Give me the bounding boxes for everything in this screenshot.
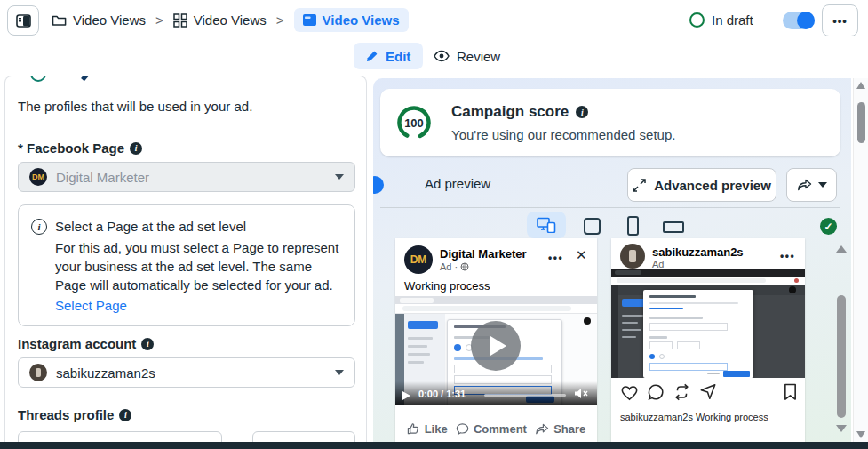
video-progress-bar[interactable] bbox=[484, 394, 566, 397]
comment-icon[interactable] bbox=[647, 383, 665, 401]
desktop-mobile-icon bbox=[537, 217, 556, 233]
comment-button[interactable]: Comment bbox=[456, 422, 527, 436]
share-arrow-icon bbox=[535, 423, 549, 436]
pencil-icon bbox=[366, 50, 378, 62]
campaign-score-card: 100 Campaign score i You're using our re… bbox=[380, 89, 840, 156]
info-icon[interactable]: i bbox=[130, 142, 142, 155]
breadcrumb-label: Video Views bbox=[323, 12, 400, 28]
page-selection-notice: i Select a Page at the ad set level For … bbox=[18, 204, 355, 326]
chevron-right-icon: > bbox=[153, 12, 166, 28]
video-thumbnail[interactable]: 0:00 / 1:31 bbox=[395, 296, 597, 405]
bottom-bar bbox=[0, 442, 868, 449]
more-options-button[interactable]: ••• bbox=[822, 4, 858, 36]
caret-down-icon bbox=[818, 182, 827, 188]
globe-icon bbox=[460, 262, 469, 271]
facebook-action-bar: Like Comment Share bbox=[395, 416, 597, 442]
notice-title: Select a Page at the ad set level bbox=[55, 219, 246, 234]
device-landscape-format-button[interactable] bbox=[663, 221, 684, 233]
video-controls: 0:00 / 1:31 bbox=[395, 381, 597, 405]
ad-image bbox=[611, 269, 805, 378]
ad-caption: Working process bbox=[404, 279, 490, 293]
identity-description: The profiles that will be used in your a… bbox=[18, 99, 252, 114]
facebook-ad-preview: DM Digital Marketer Ad · ••• ✕ Working p… bbox=[395, 238, 597, 442]
expand-icon bbox=[633, 179, 646, 192]
ad-icon bbox=[303, 14, 316, 26]
caret-down-icon bbox=[335, 174, 344, 180]
device-square-format-button[interactable] bbox=[584, 218, 601, 235]
close-icon[interactable]: ✕ bbox=[576, 247, 587, 263]
repost-icon[interactable] bbox=[673, 383, 691, 401]
share-preview-button[interactable] bbox=[786, 168, 837, 202]
info-icon[interactable]: i bbox=[141, 338, 154, 350]
tab-label: Edit bbox=[386, 49, 410, 64]
scroll-down-icon[interactable] bbox=[836, 425, 847, 432]
comment-icon bbox=[456, 422, 469, 436]
edit-pencil-icon-clipped bbox=[81, 76, 91, 81]
instagram-account-value: sabikuzzaman2s bbox=[56, 365, 155, 381]
breadcrumb: Video Views > Video Views > Video Views bbox=[52, 0, 409, 40]
device-portrait-format-button[interactable] bbox=[627, 216, 639, 236]
folder-icon bbox=[52, 13, 67, 27]
ellipsis-icon[interactable]: ••• bbox=[548, 252, 563, 264]
draft-status-icon bbox=[689, 12, 705, 28]
play-icon[interactable] bbox=[402, 391, 410, 400]
instagram-account-dropdown[interactable]: sabikuzzaman2s bbox=[18, 357, 355, 388]
breadcrumb-campaign[interactable]: Video Views bbox=[52, 12, 146, 28]
instagram-caption: sabikuzzaman2s Working process bbox=[620, 412, 768, 422]
publish-toggle[interactable] bbox=[783, 12, 815, 29]
info-outline-icon: i bbox=[31, 219, 47, 235]
video-time: 0:00 / 1:31 bbox=[418, 389, 466, 399]
divider bbox=[408, 413, 585, 413]
scrollbar-thumb[interactable] bbox=[857, 102, 865, 143]
caret-down-icon bbox=[335, 370, 344, 375]
tab-edit[interactable]: Edit bbox=[354, 43, 423, 69]
ads-manager-window: Video Views > Video Views > Video Views … bbox=[0, 0, 868, 449]
share-icon bbox=[797, 179, 812, 192]
breadcrumb-ad-active[interactable]: Video Views bbox=[294, 8, 409, 32]
like-button[interactable]: Like bbox=[407, 422, 448, 436]
campaign-score-gauge: 100 bbox=[396, 105, 432, 140]
scroll-up-icon[interactable] bbox=[856, 82, 865, 89]
send-icon[interactable] bbox=[699, 383, 717, 401]
instagram-username: sabikuzzaman2s bbox=[652, 245, 744, 259]
instagram-avatar bbox=[29, 364, 47, 381]
play-icon[interactable] bbox=[471, 321, 521, 371]
info-icon[interactable]: i bbox=[119, 409, 131, 421]
scrollbar-thumb[interactable] bbox=[837, 295, 846, 418]
draft-status: In draft bbox=[689, 0, 815, 40]
campaign-score-value: 100 bbox=[396, 105, 432, 140]
identity-section-icon-clipped bbox=[30, 76, 46, 82]
facebook-page-dropdown[interactable]: DM Digital Marketer bbox=[18, 162, 355, 192]
instagram-account-label: Instagram account i bbox=[18, 336, 154, 351]
advanced-preview-label: Advanced preview bbox=[654, 178, 771, 193]
instagram-action-bar bbox=[620, 383, 717, 401]
scroll-up-icon[interactable] bbox=[836, 245, 847, 253]
sponsored-label: Ad · bbox=[440, 261, 469, 272]
heart-icon[interactable] bbox=[620, 383, 639, 401]
facebook-page-value: Digital Marketer bbox=[56, 170, 149, 185]
ad-preview-label: Ad preview bbox=[425, 176, 490, 191]
share-button[interactable]: Share bbox=[535, 422, 585, 436]
tab-review[interactable]: Review bbox=[428, 43, 506, 69]
breadcrumb-label: Video Views bbox=[194, 12, 267, 28]
draft-status-label: In draft bbox=[712, 12, 753, 28]
bookmark-icon[interactable] bbox=[783, 383, 798, 401]
ellipsis-icon: ••• bbox=[832, 14, 848, 28]
panel-icon bbox=[16, 14, 31, 28]
like-icon bbox=[407, 422, 420, 436]
sidebar-toggle-button[interactable] bbox=[7, 5, 39, 36]
instagram-avatar bbox=[620, 244, 645, 269]
scroll-down-icon[interactable] bbox=[856, 431, 865, 438]
info-icon[interactable]: i bbox=[576, 106, 588, 118]
facebook-page-label: * Facebook Page i bbox=[18, 140, 142, 156]
advanced-preview-button[interactable]: Advanced preview bbox=[627, 168, 776, 202]
mute-icon[interactable] bbox=[574, 388, 590, 399]
breadcrumb-adset[interactable]: Video Views bbox=[173, 12, 267, 28]
breadcrumb-label: Video Views bbox=[73, 12, 146, 28]
select-page-link[interactable]: Select Page bbox=[55, 298, 127, 313]
ellipsis-icon[interactable]: ••• bbox=[780, 250, 795, 262]
device-all-formats-button[interactable] bbox=[527, 212, 566, 238]
grid-icon bbox=[173, 13, 187, 28]
check-circle-icon[interactable]: ✓ bbox=[820, 218, 837, 235]
divider bbox=[380, 207, 840, 208]
